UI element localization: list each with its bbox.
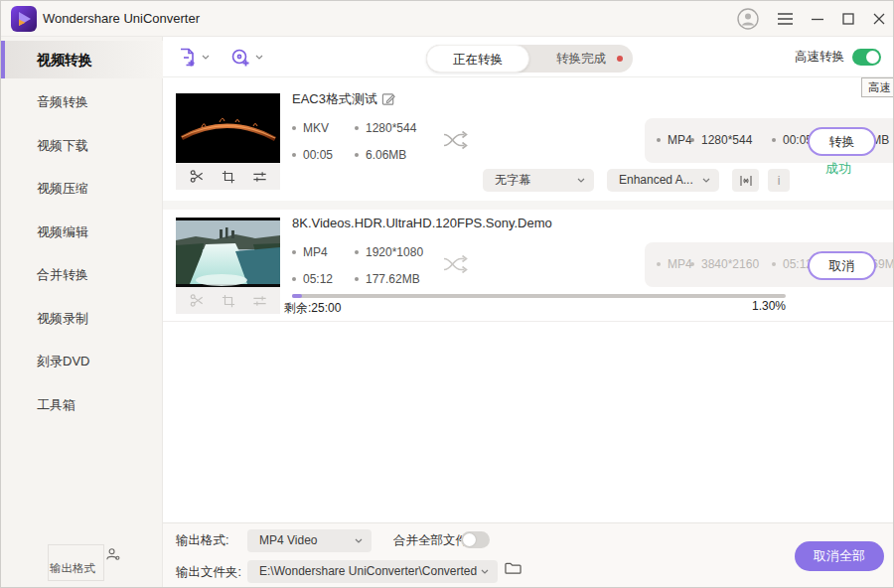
convert-arrows-icon (443, 254, 469, 278)
open-folder-icon[interactable] (505, 561, 522, 579)
chevron-down-icon (202, 55, 210, 60)
footer-bar: 输出格式: MP4 Video 合并全部文件 输出文件夹: E:\Wonders… (163, 522, 894, 588)
account-avatar[interactable] (737, 8, 759, 30)
task2-src-size: 177.62MB (355, 272, 420, 286)
progress-bar (292, 294, 786, 298)
convert-status-tabs: 正在转换 转换完成 (426, 45, 633, 73)
trim-icon[interactable] (190, 169, 205, 184)
task2-thumbnail (176, 218, 280, 287)
sidebar-item-video-download[interactable]: 视频下载 (1, 127, 163, 165)
effects-icon (252, 294, 267, 308)
app-window: Wondershare UniConverter (0, 0, 894, 588)
high-speed-tooltip: 高速 (861, 77, 894, 97)
trim-icon (190, 293, 205, 308)
chevron-down-icon (255, 55, 263, 60)
time-remaining: 剩余:25:00 (284, 300, 341, 317)
user-group-icon (105, 547, 120, 565)
task2-title: 8K.Videos.HDR.UltraHD.120FPS.Sony.Demo (292, 216, 552, 230)
task2-src-duration: 05:12 (292, 272, 333, 286)
task2-src-resolution: 1920*1080 (355, 245, 423, 259)
chevron-down-icon (577, 178, 585, 183)
row-separator (163, 201, 894, 210)
high-speed-label: 高速转换 (795, 49, 844, 66)
titlebar: Wondershare UniConverter (1, 1, 894, 37)
sidebar-item-toolbox[interactable]: 工具箱 (1, 386, 163, 424)
effects-icon[interactable] (252, 170, 267, 184)
task2-edit-toolbar (176, 287, 280, 314)
chevron-down-icon (702, 178, 710, 183)
bullet (292, 250, 296, 254)
task1-src-resolution: 1280*544 (355, 121, 416, 135)
bullet (355, 153, 359, 157)
menu-icon[interactable] (778, 13, 793, 25)
output-folder-value: E:\Wondershare UniConverter\Converted (259, 564, 477, 578)
output-format-label: 输出格式: (176, 532, 228, 549)
chevron-down-icon (481, 569, 489, 574)
task2-tgt-duration: 05:12 (772, 242, 813, 287)
output-format-hint-label: 输出格式 (50, 561, 95, 576)
compress-button[interactable] (732, 169, 759, 192)
tab-finished[interactable]: 转换完成 (529, 45, 633, 73)
audio-dropdown[interactable]: Enhanced A... (607, 169, 719, 192)
chevron-down-icon (355, 538, 363, 543)
output-folder-label: 输出文件夹: (176, 564, 241, 581)
sidebar-item-screen-record[interactable]: 视频录制 (1, 300, 163, 338)
subtitle-dropdown[interactable]: 无字幕 (483, 169, 594, 192)
info-button[interactable]: i (768, 169, 790, 192)
bullet (292, 126, 296, 130)
top-toolbar: 正在转换 转换完成 高速转换 (163, 37, 894, 77)
close-button[interactable] (873, 13, 885, 25)
bullet (292, 153, 296, 157)
output-folder-dropdown[interactable]: E:\Wondershare UniConverter\Converted (247, 560, 498, 583)
task1-status: 成功 (825, 160, 851, 178)
tab-finished-label: 转换完成 (556, 52, 606, 66)
rename-icon[interactable] (381, 91, 396, 110)
app-logo-icon (11, 6, 37, 32)
merge-all-toggle[interactable] (461, 531, 490, 548)
task2-tgt-resolution: 3840*2160 (690, 242, 759, 287)
subtitle-dropdown-value: 无字幕 (495, 173, 530, 187)
bullet (355, 126, 359, 130)
sidebar-item-video-edit[interactable]: 视频编辑 (1, 214, 163, 251)
add-disc-button[interactable] (229, 37, 263, 77)
task1-src-size: 6.06MB (355, 148, 406, 162)
sidebar-item-merge-convert[interactable]: 合并转换 (1, 256, 163, 294)
output-format-dropdown[interactable]: MP4 Video (247, 529, 372, 552)
output-format-value: MP4 Video (259, 533, 317, 547)
sidebar-item-audio-convert[interactable]: 音频转换 (1, 83, 163, 121)
task1-tgt-format: MP4 (657, 118, 692, 163)
convert-arrows-icon (443, 130, 469, 154)
maximize-button[interactable] (842, 13, 854, 25)
task1-src-duration: 00:05 (292, 148, 333, 162)
task1-edit-toolbar (176, 163, 280, 190)
minimize-button[interactable] (812, 13, 823, 25)
bullet (292, 277, 296, 281)
bullet (355, 250, 359, 254)
task2-src-format: MP4 (292, 245, 328, 259)
sidebar: 视频转换 音频转换 视频下载 视频压缩 视频编辑 合并转换 视频录制 刻录DVD… (1, 37, 163, 588)
task1-title: EAC3格式测试 (292, 90, 377, 108)
task2-tgt-format: MP4 (657, 242, 692, 287)
audio-dropdown-value: Enhanced A... (619, 173, 693, 187)
convert-button[interactable]: 转换 (808, 127, 876, 156)
progress-fill (292, 294, 302, 298)
merge-all-label: 合并全部文件 (393, 532, 468, 549)
app-title: Wondershare UniConverter (43, 1, 200, 37)
task1-tgt-resolution: 1280*544 (690, 118, 752, 163)
add-files-button[interactable] (176, 37, 210, 77)
task1-tgt-duration: 00:05 (772, 118, 813, 163)
tab-converting[interactable]: 正在转换 (426, 45, 529, 73)
task1-src-format: MKV (292, 121, 329, 135)
task1-thumbnail (176, 93, 280, 163)
crop-icon[interactable] (222, 170, 235, 184)
cancel-button[interactable]: 取消 (808, 251, 876, 280)
cancel-all-button[interactable]: 取消全部 (795, 541, 884, 571)
progress-percent: 1.30% (736, 299, 786, 313)
crop-icon (222, 294, 235, 308)
sidebar-item-video-compress[interactable]: 视频压缩 (1, 170, 163, 208)
sidebar-item-video-convert[interactable]: 视频转换 (1, 41, 163, 78)
list-bottom-separator (163, 321, 894, 322)
sidebar-item-burn-dvd[interactable]: 刻录DVD (1, 343, 163, 380)
finished-badge-dot (617, 56, 623, 62)
high-speed-toggle[interactable] (852, 49, 881, 66)
